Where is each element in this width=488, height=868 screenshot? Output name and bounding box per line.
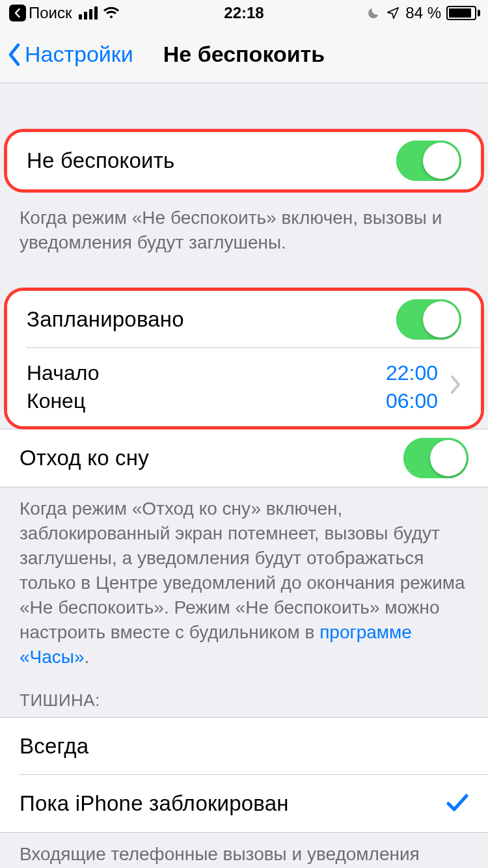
row-dnd[interactable]: Не беспокоить	[7, 132, 481, 189]
chevron-left-icon	[9, 5, 26, 21]
location-icon	[386, 6, 400, 20]
row-bedtime[interactable]: Отход ко сну	[0, 429, 488, 487]
row-label: Всегда	[20, 734, 88, 759]
footer-bedtime: Когда режим «Отход ко сну» включен, забл…	[0, 487, 488, 670]
breadcrumb-back-to-app[interactable]: Поиск	[8, 4, 74, 22]
row-label: Запланировано	[27, 307, 184, 332]
nav-bar: Настройки Не беспокоить	[0, 26, 488, 83]
schedule-to-value: 06:00	[386, 389, 438, 413]
row-scheduled[interactable]: Запланировано	[7, 291, 481, 348]
row-schedule-times[interactable]: Начало Конец 22:00 06:00	[7, 348, 481, 426]
chevron-right-icon	[450, 375, 461, 400]
battery-percent: 84 %	[405, 4, 441, 22]
highlight-dnd: Не беспокоить	[4, 129, 484, 193]
highlight-schedule: Запланировано Начало Конец 22:00 06:00	[4, 288, 484, 429]
moon-icon	[366, 6, 381, 20]
schedule-to-label: Конец	[27, 389, 100, 413]
row-silence-locked[interactable]: Пока iPhone заблокирован	[0, 775, 488, 832]
status-bar: Поиск 22:18 84 %	[0, 0, 488, 26]
breadcrumb-app-label: Поиск	[29, 4, 72, 22]
toggle-bedtime[interactable]	[403, 438, 468, 478]
cellular-signal-icon	[79, 7, 98, 20]
schedule-from-value: 22:00	[386, 361, 438, 385]
battery-icon	[446, 6, 480, 20]
nav-back-label: Настройки	[25, 42, 133, 67]
row-label: Отход ко сну	[20, 446, 149, 470]
row-label: Не беспокоить	[27, 148, 174, 173]
nav-back-button[interactable]: Настройки	[0, 42, 133, 67]
checkmark-icon	[446, 789, 468, 819]
toggle-dnd[interactable]	[396, 141, 461, 181]
wifi-icon	[103, 7, 120, 20]
schedule-from-label: Начало	[27, 361, 100, 385]
toggle-scheduled[interactable]	[396, 299, 461, 340]
row-label: Пока iPhone заблокирован	[20, 791, 289, 816]
section-header-silence: ТИШИНА:	[0, 670, 488, 717]
footer-dnd: Когда режим «Не беспокоить» включен, выз…	[0, 197, 488, 255]
row-silence-always[interactable]: Всегда	[0, 718, 488, 775]
footer-silence: Входящие телефонные вызовы и уведомления…	[0, 833, 488, 868]
chevron-left-icon	[7, 42, 22, 67]
